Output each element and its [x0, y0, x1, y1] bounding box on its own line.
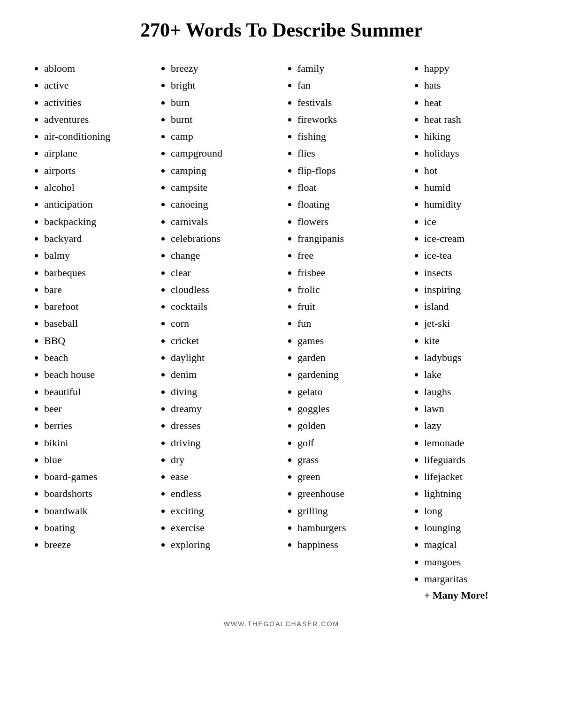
list-item: insects: [424, 264, 530, 281]
list-item: exercise: [171, 519, 277, 536]
column-2: breezybrightburnburntcampcampgroundcampi…: [160, 60, 277, 601]
word-columns: abloomactiveactivitiesadventuresair-cond…: [23, 60, 540, 601]
list-item: heat: [424, 94, 530, 111]
list-item: diving: [171, 383, 277, 400]
list-item: exciting: [171, 503, 277, 519]
list-item: jet-ski: [424, 315, 530, 332]
list-item: alcohol: [44, 179, 150, 196]
list-item: activities: [44, 94, 150, 111]
list-item: ice-cream: [424, 230, 530, 247]
list-item: golden: [297, 417, 403, 434]
list-item: ease: [171, 468, 277, 485]
list-item: family: [297, 60, 403, 77]
list-item: kite: [424, 332, 530, 349]
list-item: holidays: [424, 145, 530, 162]
list-item: gardening: [297, 366, 403, 383]
list-item: active: [44, 77, 150, 94]
list-item: barbeques: [44, 264, 150, 281]
list-item: anticipation: [44, 196, 150, 213]
list-item: lazy: [424, 417, 530, 434]
list-item: hamburgers: [297, 519, 403, 536]
list-item: burnt: [171, 111, 277, 128]
list-item: beautiful: [44, 383, 150, 400]
list-item: bright: [171, 77, 277, 94]
list-item: hot: [424, 162, 530, 179]
list-item: mangoes: [424, 554, 530, 570]
list-item: canoeing: [171, 196, 277, 213]
list-item: flip-flops: [297, 162, 403, 179]
list-item: change: [171, 247, 277, 264]
more-label: + Many More!: [413, 589, 530, 601]
list-item: free: [297, 247, 403, 264]
list-item: breeze: [44, 536, 150, 553]
list-item: long: [424, 503, 530, 519]
list-item: fruit: [297, 298, 403, 315]
column-3: familyfanfestivalsfireworksfishingfliesf…: [286, 60, 403, 601]
list-item: margaritas: [424, 570, 530, 587]
list-item: ladybugs: [424, 349, 530, 366]
list-item: heat rash: [424, 111, 530, 128]
list-item: campsite: [171, 179, 277, 196]
list-item: barefoot: [44, 298, 150, 315]
list-item: celebrations: [171, 230, 277, 247]
list-item: airplane: [44, 145, 150, 162]
list-item: exploring: [171, 536, 277, 553]
list-item: fishing: [297, 128, 403, 145]
list-item: lifeguards: [424, 451, 530, 468]
list-item: campground: [171, 145, 277, 162]
list-item: lifejacket: [424, 468, 530, 485]
list-item: dresses: [171, 417, 277, 434]
list-item: camping: [171, 162, 277, 179]
list-item: grilling: [297, 503, 403, 519]
column-4: happyhatsheatheat rashhikingholidayshoth…: [413, 60, 530, 601]
list-item: adventures: [44, 111, 150, 128]
list-item: lightning: [424, 485, 530, 502]
list-item: air-conditioning: [44, 128, 150, 145]
list-item: daylight: [171, 349, 277, 366]
list-item: cricket: [171, 332, 277, 349]
footer-url: WWW.THEGOALCHASER.COM: [23, 620, 540, 628]
list-item: airports: [44, 162, 150, 179]
list-item: beer: [44, 400, 150, 417]
list-item: frolic: [297, 281, 403, 298]
list-item: frangipanis: [297, 230, 403, 247]
list-item: carnivals: [171, 213, 277, 230]
list-item: frisbee: [297, 264, 403, 281]
list-item: backyard: [44, 230, 150, 247]
list-item: laughs: [424, 383, 530, 400]
list-item: blue: [44, 451, 150, 468]
column-1: abloomactiveactivitiesadventuresair-cond…: [33, 60, 150, 601]
list-item: goggles: [297, 400, 403, 417]
list-item: happy: [424, 60, 530, 77]
list-item: camp: [171, 128, 277, 145]
list-item: dreamy: [171, 400, 277, 417]
list-item: lounging: [424, 519, 530, 536]
list-item: happiness: [297, 536, 403, 553]
list-item: abloom: [44, 60, 150, 77]
list-item: balmy: [44, 247, 150, 264]
list-item: grass: [297, 451, 403, 468]
list-item: inspiring: [424, 281, 530, 298]
list-item: ice-tea: [424, 247, 530, 264]
list-item: flowers: [297, 213, 403, 230]
list-item: magical: [424, 536, 530, 553]
list-item: denim: [171, 366, 277, 383]
list-item: corn: [171, 315, 277, 332]
list-item: bare: [44, 281, 150, 298]
list-item: driving: [171, 435, 277, 451]
list-item: garden: [297, 349, 403, 366]
list-item: fireworks: [297, 111, 403, 128]
list-item: beach house: [44, 366, 150, 383]
list-item: humid: [424, 179, 530, 196]
list-item: beach: [44, 349, 150, 366]
list-item: games: [297, 332, 403, 349]
list-item: festivals: [297, 94, 403, 111]
list-item: float: [297, 179, 403, 196]
list-item: BBQ: [44, 332, 150, 349]
list-item: hiking: [424, 128, 530, 145]
list-item: island: [424, 298, 530, 315]
list-item: ice: [424, 213, 530, 230]
list-item: bikini: [44, 435, 150, 451]
list-item: flies: [297, 145, 403, 162]
list-item: backpacking: [44, 213, 150, 230]
